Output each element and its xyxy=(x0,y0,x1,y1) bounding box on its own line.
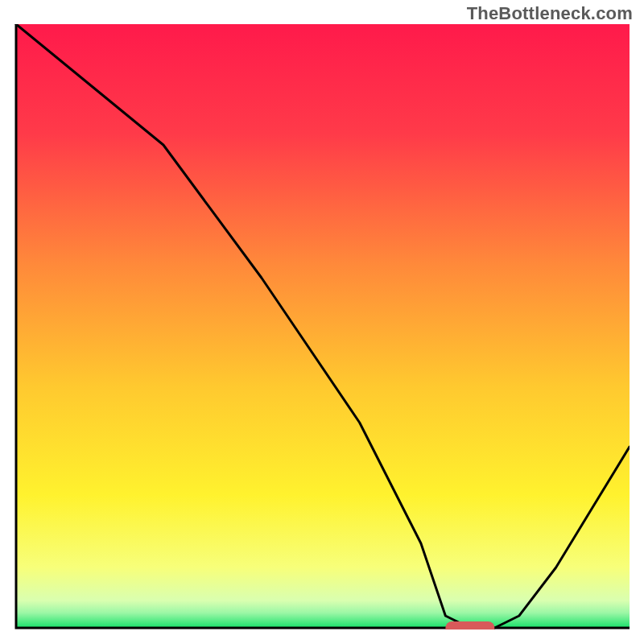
chart-svg xyxy=(14,24,630,630)
bottleneck-chart xyxy=(14,24,630,630)
watermark-text: TheBottleneck.com xyxy=(467,3,633,24)
svg-rect-0 xyxy=(16,24,630,628)
svg-rect-1 xyxy=(445,621,494,630)
chart-container: TheBottleneck.com xyxy=(0,0,644,644)
